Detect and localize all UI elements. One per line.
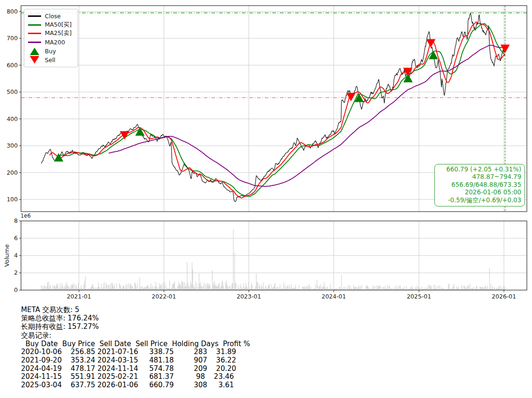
trade-row: 2025-03-04 637.75 2026-01-06 660.79 308 …	[21, 381, 250, 390]
svg-text:2: 2	[14, 269, 18, 276]
strategy-stats: META 交易次数: 5 策略总收益率: 176.24% 长期持有收益: 157…	[21, 306, 250, 389]
ma200-line-swatch	[28, 42, 41, 43]
gridlines	[21, 6, 527, 290]
price-annotation-box: 660.79 (+2.05 +0.31%) 478.87~794.79 656.…	[434, 164, 525, 206]
svg-text:6: 6	[14, 235, 18, 242]
trade-table-header: Buy Date Buy Price Sell Date Sell Price …	[21, 340, 250, 348]
legend-item-sell: Sell	[28, 56, 74, 64]
volume-axis-label: Volume	[3, 244, 10, 267]
chart-legend: Close MA50[买] MA25[卖] MA200 Buy Sell	[24, 9, 78, 67]
strategy-return-line: 策略总收益率: 176.24%	[21, 314, 250, 322]
ma25-line-swatch	[28, 33, 41, 34]
svg-text:600: 600	[7, 62, 18, 69]
svg-text:200: 200	[7, 169, 18, 176]
trade-row: 2024-04-19 478.17 2024-11-14 574.78 209 …	[21, 365, 250, 373]
meta-strategy-figure: 100200300400500600700800024682021-012022…	[0, 0, 532, 398]
svg-text:8: 8	[14, 217, 18, 224]
legend-item-buy: Buy	[28, 47, 74, 56]
legend-item-ma200: MA200	[28, 38, 74, 47]
sell-signal-marker	[347, 93, 356, 101]
legend-label-ma200: MA200	[45, 39, 65, 46]
svg-text:500: 500	[7, 88, 18, 95]
svg-text:2024-01: 2024-01	[321, 293, 346, 300]
volume-scale-label: 1e6	[21, 213, 31, 219]
annotation-datetime: 2026-01-06 05:00	[438, 189, 521, 196]
trade-records-label: 交易记录:	[21, 331, 250, 340]
svg-text:2021-01: 2021-01	[67, 293, 91, 300]
legend-label-close: Close	[45, 13, 61, 20]
annotation-bias: -0.59/偏空/+0.69/+0.03	[438, 197, 521, 204]
legend-label-ma50: MA50[买]	[45, 21, 72, 29]
legend-label-sell: Sell	[45, 57, 56, 64]
svg-text:400: 400	[7, 115, 18, 122]
svg-text:0: 0	[14, 286, 18, 293]
svg-text:700: 700	[7, 35, 18, 42]
trade-table: 2020-10-06 256.85 2021-07-16 338.75 283 …	[21, 348, 250, 389]
svg-text:2022-01: 2022-01	[152, 293, 176, 300]
trade-row: 2024-11-15 551.91 2025-02-21 681.37 98 2…	[21, 373, 250, 381]
svg-text:300: 300	[7, 142, 18, 149]
legend-item-close: Close	[28, 12, 74, 21]
svg-text:2023-01: 2023-01	[237, 293, 261, 300]
price-volume-chart: 100200300400500600700800024682021-012022…	[0, 0, 532, 305]
svg-text:800: 800	[7, 8, 18, 15]
trade-row: 2021-09-20 353.24 2024-03-15 481.18 907 …	[21, 356, 250, 365]
legend-label-buy: Buy	[45, 48, 56, 55]
svg-text:2025-01: 2025-01	[407, 293, 431, 300]
buy-marker-icon	[28, 48, 41, 55]
hold-return-line: 长期持有收益: 157.27%	[21, 322, 250, 331]
legend-item-ma25: MA25[卖]	[28, 29, 74, 38]
svg-text:4: 4	[14, 252, 18, 259]
close-line-swatch	[28, 15, 41, 17]
legend-label-ma25: MA25[卖]	[45, 29, 72, 37]
sell-marker-icon	[28, 56, 41, 64]
svg-text:2026-01: 2026-01	[492, 293, 516, 300]
annotation-ma-values: 656.69/648.88/673.35	[438, 181, 521, 189]
annotation-last-price: 660.79 (+2.05 +0.31%)	[438, 166, 521, 173]
trade-row: 2020-10-06 256.85 2021-07-16 338.75 283 …	[21, 348, 250, 356]
trades-count-line: META 交易次数: 5	[21, 306, 250, 314]
legend-item-ma50: MA50[买]	[28, 21, 74, 29]
ma50-line-swatch	[28, 24, 41, 26]
svg-text:100: 100	[7, 196, 18, 203]
annotation-range: 478.87~794.79	[438, 173, 521, 181]
trade-markers	[54, 39, 510, 162]
